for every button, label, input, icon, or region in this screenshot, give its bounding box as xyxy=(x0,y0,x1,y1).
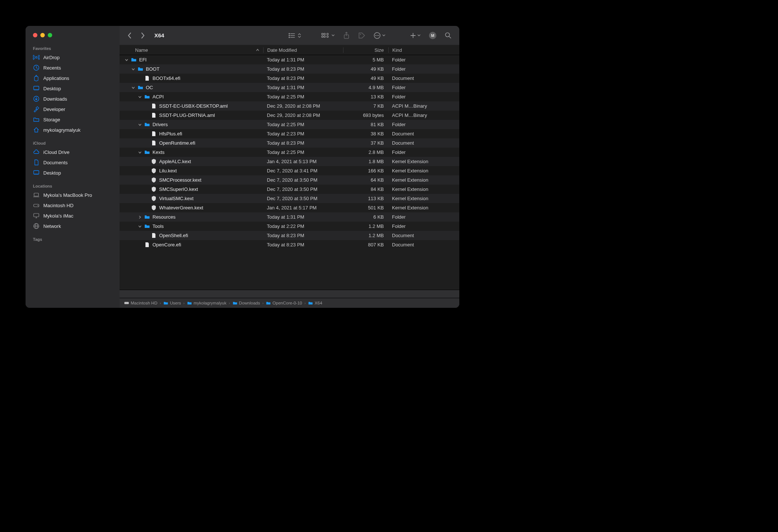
column-kind-header[interactable]: Kind xyxy=(388,47,459,53)
view-mode-button[interactable] xyxy=(287,31,303,40)
path-segment[interactable]: Macintosh HD xyxy=(124,300,157,306)
download-icon xyxy=(33,95,40,102)
file-row[interactable]: Resources Today at 1:31 PM 6 KB Folder xyxy=(120,212,459,222)
file-row[interactable]: SSDT-EC-USBX-DESKTOP.aml Dec 29, 2020 at… xyxy=(120,101,459,111)
file-size: 64 KB xyxy=(343,177,388,183)
sidebar-item[interactable]: Developer xyxy=(26,104,120,114)
svg-rect-11 xyxy=(34,213,39,217)
search-button[interactable] xyxy=(443,30,453,41)
disclosure-icon[interactable] xyxy=(138,151,142,154)
forward-button[interactable] xyxy=(139,31,147,40)
sidebar-item[interactable]: Storage xyxy=(26,114,120,125)
back-button[interactable] xyxy=(125,31,134,40)
sidebar-item[interactable]: Recents xyxy=(26,63,120,73)
disclosure-icon[interactable] xyxy=(138,123,142,127)
action-button[interactable] xyxy=(372,30,387,41)
file-row[interactable]: EFI Today at 1:31 PM 5 MB Folder xyxy=(120,55,459,64)
sidebar-item[interactable]: AirDrop xyxy=(26,52,120,63)
folder-icon xyxy=(144,149,150,155)
path-label: OpenCore-0-10 xyxy=(272,301,302,305)
sidebar-item[interactable]: Desktop xyxy=(26,83,120,94)
disclosure-icon[interactable] xyxy=(131,86,135,90)
share-button[interactable] xyxy=(342,30,351,41)
disclosure-icon[interactable] xyxy=(138,215,142,219)
file-name: BOOTx64.efi xyxy=(152,75,180,81)
tag-button[interactable] xyxy=(356,30,367,41)
file-name: EFI xyxy=(139,57,147,63)
sidebar-item[interactable]: iCloud Drive xyxy=(26,147,120,157)
sidebar-item[interactable]: Documents xyxy=(26,157,120,168)
sidebar-item-label: Mykola's MacBook Pro xyxy=(43,192,92,198)
account-badge[interactable]: M xyxy=(427,30,438,41)
path-bar: Macintosh HD › Users › mykolagrymalyuk ›… xyxy=(120,298,459,308)
sidebar-item[interactable]: Mykola's MacBook Pro xyxy=(26,190,120,200)
sidebar-item-label: Desktop xyxy=(43,170,61,176)
file-name: WhateverGreen.kext xyxy=(159,205,203,211)
sidebar-item[interactable]: mykolagrymalyuk xyxy=(26,125,120,135)
svg-point-32 xyxy=(378,35,379,36)
new-button[interactable] xyxy=(409,31,422,40)
svg-rect-21 xyxy=(322,33,323,35)
path-segment[interactable]: Users xyxy=(163,300,181,306)
file-date: Today at 8:23 PM xyxy=(263,233,343,238)
sidebar-item-label: Developer xyxy=(43,107,65,112)
sidebar-item[interactable]: Mykola's iMac xyxy=(26,211,120,221)
sidebar-item[interactable]: Applications xyxy=(26,73,120,83)
file-row[interactable]: BOOTx64.efi Today at 8:23 PM 49 KB Docum… xyxy=(120,74,459,83)
sidebar-item-label: mykolagrymalyuk xyxy=(43,127,80,133)
file-row[interactable]: OpenShell.efi Today at 8:23 PM 1.2 MB Do… xyxy=(120,231,459,240)
file-kind: Kernel Extension xyxy=(388,159,459,164)
file-date: Dec 7, 2020 at 3:50 PM xyxy=(263,196,343,201)
sidebar-item-label: iCloud Drive xyxy=(43,149,70,155)
sidebar-item[interactable]: Downloads xyxy=(26,94,120,104)
kext-icon xyxy=(151,205,157,211)
path-segment[interactable]: X64 xyxy=(308,300,322,306)
file-row[interactable]: OpenRuntime.efi Today at 8:23 PM 37 KB D… xyxy=(120,138,459,148)
path-segment[interactable]: Downloads xyxy=(232,300,260,306)
apps-icon xyxy=(33,75,40,81)
file-row[interactable]: BOOT Today at 8:23 PM 49 KB Folder xyxy=(120,64,459,74)
sidebar-item[interactable]: Macintosh HD xyxy=(26,200,120,211)
file-name: OpenCore.efi xyxy=(152,242,181,248)
globe-icon xyxy=(33,223,40,229)
disclosure-icon[interactable] xyxy=(131,67,135,71)
column-date-header[interactable]: Date Modified xyxy=(263,47,343,53)
file-row[interactable]: SSDT-PLUG-DRTNIA.aml Dec 29, 2020 at 2:0… xyxy=(120,111,459,120)
file-date: Today at 8:23 PM xyxy=(263,242,343,248)
file-row[interactable]: OC Today at 1:31 PM 4.9 MB Folder xyxy=(120,83,459,92)
file-row[interactable]: Tools Today at 2:22 PM 1.2 MB Folder xyxy=(120,222,459,231)
file-row[interactable]: Drivers Today at 2:25 PM 81 KB Folder xyxy=(120,120,459,129)
group-button[interactable] xyxy=(320,31,336,40)
column-name-header[interactable]: Name xyxy=(120,47,263,53)
zoom-button[interactable] xyxy=(48,33,52,37)
file-size: 84 KB xyxy=(343,186,388,192)
column-size-header[interactable]: Size xyxy=(343,47,388,53)
file-row[interactable]: AppleALC.kext Jan 4, 2021 at 5:13 PM 1.8… xyxy=(120,157,459,166)
file-row[interactable]: VirtualSMC.kext Dec 7, 2020 at 3:50 PM 1… xyxy=(120,194,459,203)
close-button[interactable] xyxy=(33,33,37,37)
sidebar-item[interactable]: Desktop xyxy=(26,168,120,178)
file-row[interactable]: SMCProcessor.kext Dec 7, 2020 at 3:50 PM… xyxy=(120,175,459,185)
file-row[interactable]: WhateverGreen.kext Jan 4, 2021 at 5:17 P… xyxy=(120,203,459,212)
file-list[interactable]: EFI Today at 1:31 PM 5 MB Folder BOOT To… xyxy=(120,55,459,290)
sidebar-item[interactable]: Network xyxy=(26,221,120,231)
path-segment[interactable]: OpenCore-0-10 xyxy=(266,300,302,306)
file-row[interactable]: HfsPlus.efi Today at 2:23 PM 38 KB Docum… xyxy=(120,129,459,138)
sidebar-section-header: iCloud xyxy=(26,139,120,147)
desktop-icon xyxy=(33,169,40,176)
file-size: 1.2 MB xyxy=(343,223,388,229)
file-row[interactable]: OpenCore.efi Today at 8:23 PM 807 KB Doc… xyxy=(120,240,459,249)
path-segment[interactable]: mykolagrymalyuk xyxy=(187,300,227,306)
file-row[interactable]: ACPI Today at 2:25 PM 13 KB Folder xyxy=(120,92,459,101)
disclosure-icon[interactable] xyxy=(138,95,142,99)
file-row[interactable]: Lilu.kext Dec 7, 2020 at 3:41 PM 166 KB … xyxy=(120,166,459,175)
file-date: Jan 4, 2021 at 5:17 PM xyxy=(263,205,343,211)
sort-caret-icon xyxy=(256,48,259,51)
file-row[interactable]: Kexts Today at 2:25 PM 2.8 MB Folder xyxy=(120,148,459,157)
sidebar-section-header: Locations xyxy=(26,182,120,190)
file-row[interactable]: SMCSuperIO.kext Dec 7, 2020 at 3:50 PM 8… xyxy=(120,185,459,194)
file-size: 13 KB xyxy=(343,94,388,100)
minimize-button[interactable] xyxy=(40,33,45,37)
disclosure-icon[interactable] xyxy=(138,225,142,228)
disclosure-icon[interactable] xyxy=(125,58,128,62)
